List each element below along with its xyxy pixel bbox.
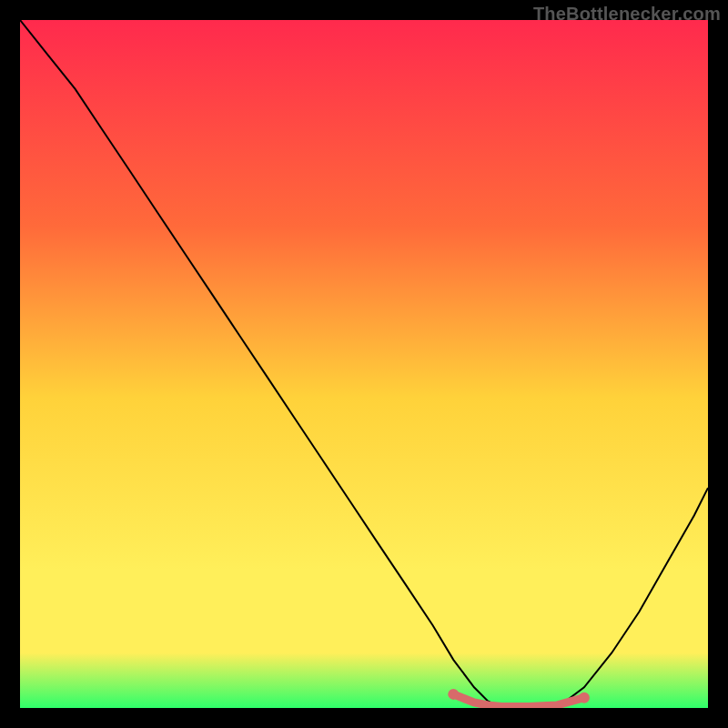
plot-frame (20, 20, 708, 708)
gradient-background (20, 20, 708, 708)
chart-stage: TheBottlenecker.com (0, 0, 728, 728)
chart-svg (20, 20, 708, 708)
sweet-spot-end-dot (579, 693, 590, 703)
attribution-label: TheBottlenecker.com (533, 4, 721, 25)
sweet-spot-start-dot (448, 689, 459, 700)
